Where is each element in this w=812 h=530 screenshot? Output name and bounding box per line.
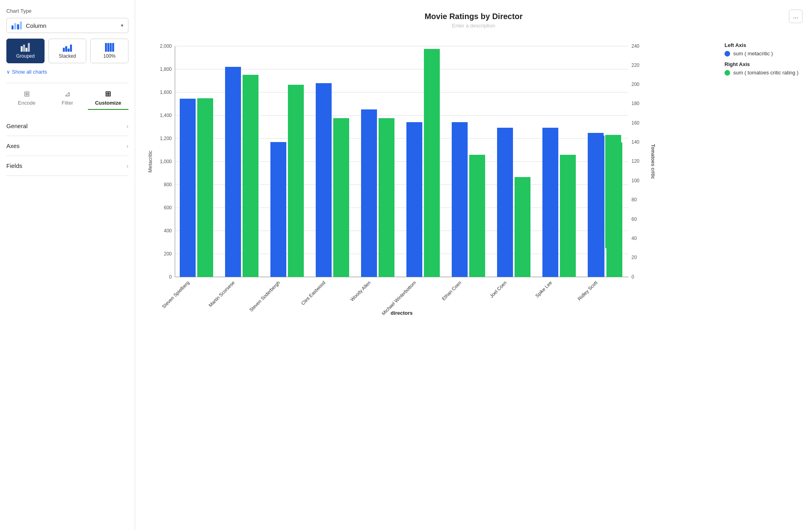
legend-tomatoes-text: sum ( tomatoes critic rating ) — [733, 70, 798, 76]
bar-winterbottom-meta — [452, 122, 468, 277]
legend-item-tomatoes: sum ( tomatoes critic rating ) — [725, 70, 804, 76]
tab-filter[interactable]: ⊿ Filter — [47, 86, 87, 110]
left-axis-legend-label: Left Axis — [725, 42, 804, 48]
bar-allen-tomatoes — [424, 49, 440, 277]
svg-text:1,200: 1,200 — [160, 136, 172, 141]
bar-ridley-meta — [589, 136, 604, 277]
blue-dot — [725, 51, 730, 57]
svg-text:180: 180 — [631, 101, 639, 106]
customize-icon: ⊞ — [105, 90, 111, 98]
axes-section[interactable]: Axes › — [6, 136, 128, 156]
svg-text:Tomatoes critic: Tomatoes critic — [650, 144, 656, 179]
encode-icon: ⊞ — [24, 90, 30, 98]
tab-customize[interactable]: ⊞ Customize — [88, 86, 128, 110]
svg-text:200: 200 — [164, 251, 172, 257]
green-dot — [725, 70, 730, 76]
bar-allen-meta — [406, 122, 422, 277]
bar-scorsese-tomatoes — [243, 75, 258, 277]
bar-ethan-meta — [497, 128, 513, 277]
bar-eastwood-meta — [316, 83, 332, 277]
grouped-button[interactable]: Grouped — [6, 39, 45, 63]
stacked-button[interactable]: Stacked — [49, 39, 87, 63]
chevron-down-icon: ▾ — [121, 23, 123, 28]
svg-text:Clint Eastwood: Clint Eastwood — [300, 280, 327, 306]
svg-text:160: 160 — [631, 120, 639, 126]
bar-joel-tomatoes — [560, 155, 576, 277]
svg-text:Ridley Scott: Ridley Scott — [577, 280, 599, 302]
legend-item-metacritic: sum ( metacritic ) — [725, 51, 804, 57]
svg-text:240: 240 — [631, 43, 639, 49]
bar-ridley-tomatoes — [606, 142, 622, 277]
chart-type-label: Chart Type — [6, 8, 128, 14]
svg-text:40: 40 — [631, 236, 637, 241]
svg-text:1,400: 1,400 — [160, 113, 172, 118]
divider — [6, 83, 128, 83]
bar-joel-meta — [542, 128, 558, 277]
sidebar: Chart Type Column ▾ Grouped — [0, 0, 135, 530]
svg-text:400: 400 — [164, 228, 172, 234]
chart-legend: Left Axis sum ( metacritic ) Right Axis … — [725, 38, 804, 80]
column-chart-icon — [12, 21, 22, 29]
tab-encode[interactable]: ⊞ Encode — [6, 86, 47, 110]
svg-text:20: 20 — [631, 255, 637, 260]
bar-spielberg-meta — [180, 99, 196, 277]
svg-text:Metacritic: Metacritic — [147, 150, 153, 173]
svg-text:0: 0 — [631, 274, 634, 280]
svg-text:Martin Scorsese: Martin Scorsese — [208, 280, 236, 308]
fields-section[interactable]: Fields › — [6, 156, 128, 176]
svg-text:60: 60 — [631, 216, 637, 222]
bar-spielberg-tomatoes — [197, 98, 213, 277]
svg-text:Spike Lee: Spike Lee — [534, 280, 553, 299]
svg-text:800: 800 — [164, 182, 172, 187]
chart-description: Enter a description — [143, 23, 804, 29]
svg-text:1,600: 1,600 — [160, 90, 172, 95]
chart-area: 0 200 400 600 800 1,000 1,200 1,400 1,60… — [143, 38, 717, 317]
bar-soderbergh-tomatoes — [288, 85, 304, 277]
chart-type-dropdown[interactable]: Column ▾ — [6, 18, 128, 33]
show-all-charts-link[interactable]: ∨ Show all charts — [6, 69, 128, 75]
bar-chart-svg: 0 200 400 600 800 1,000 1,200 1,400 1,60… — [143, 38, 660, 317]
chart-container: 0 200 400 600 800 1,000 1,200 1,400 1,60… — [143, 38, 804, 317]
svg-text:Woody Allen: Woody Allen — [349, 280, 372, 302]
bar-soderbergh-meta — [270, 142, 286, 277]
svg-text:600: 600 — [164, 205, 172, 210]
main-content: Movie Ratings by Director Enter a descri… — [135, 0, 812, 530]
svg-text:200: 200 — [631, 82, 639, 87]
svg-text:0: 0 — [169, 274, 172, 280]
chevron-right-icon: › — [126, 143, 128, 149]
svg-text:1,000: 1,000 — [160, 159, 172, 164]
hundred-percent-button[interactable]: 100% — [90, 39, 128, 63]
general-section[interactable]: General › — [6, 116, 128, 136]
more-options-button[interactable]: ... — [789, 10, 802, 23]
bar-winterbottom-tomatoes — [469, 155, 485, 277]
bar-eastwood2-tomatoes — [379, 118, 394, 277]
sidebar-tabs: ⊞ Encode ⊿ Filter ⊞ Customize — [6, 86, 128, 110]
svg-text:Ethan Coen: Ethan Coen — [441, 280, 462, 302]
chart-type-text: Column — [26, 22, 47, 29]
svg-text:1,800: 1,800 — [160, 66, 172, 72]
bar-eastwood-tomatoes — [333, 118, 349, 277]
chevron-right-icon: › — [126, 123, 128, 129]
chevron-right-icon: › — [126, 163, 128, 169]
svg-text:120: 120 — [631, 158, 639, 164]
svg-text:Steven Soderbergh: Steven Soderbergh — [248, 280, 281, 313]
bar-ethan-tomatoes — [515, 177, 530, 277]
bar-eastwood2-meta — [361, 109, 377, 277]
svg-text:Joel Coen: Joel Coen — [489, 280, 508, 299]
svg-text:2,000: 2,000 — [160, 43, 172, 49]
svg-text:Steven Spielberg: Steven Spielberg — [161, 280, 191, 310]
svg-text:140: 140 — [631, 139, 639, 145]
svg-text:80: 80 — [631, 197, 637, 203]
chart-style-options: Grouped Stacked 100% — [6, 39, 128, 63]
legend-metacritic-text: sum ( metacritic ) — [733, 51, 773, 57]
svg-text:220: 220 — [631, 62, 639, 68]
filter-icon: ⊿ — [64, 90, 70, 98]
bar-scorsese-meta — [225, 67, 241, 277]
svg-text:100: 100 — [631, 178, 639, 183]
svg-text:directors: directors — [390, 310, 413, 316]
chart-title: Movie Ratings by Director — [143, 12, 804, 21]
right-axis-legend-label: Right Axis — [725, 61, 804, 67]
